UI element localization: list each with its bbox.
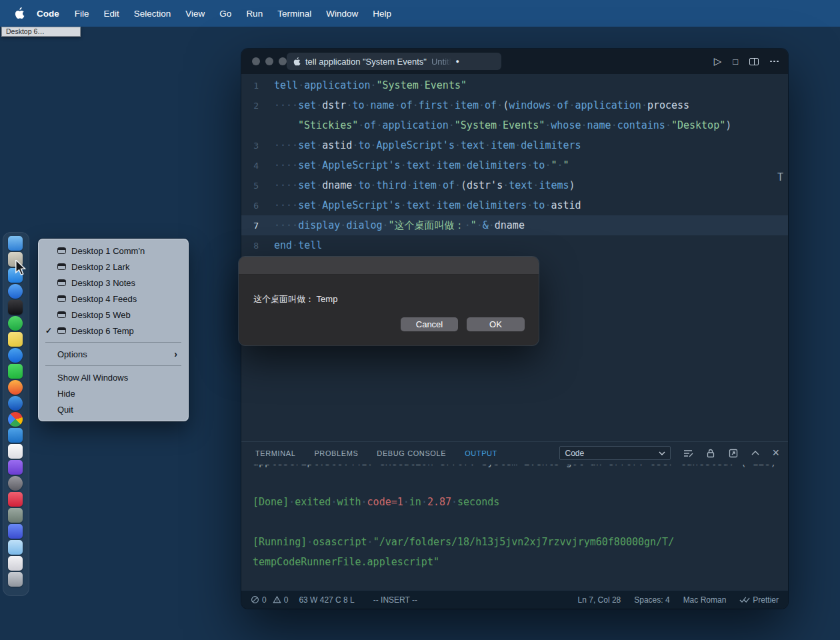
split-editor-icon[interactable] [749, 58, 759, 65]
output-channel-select[interactable]: Code [559, 446, 671, 460]
ok-button[interactable]: OK [467, 317, 525, 331]
dock-icon-trash[interactable] [8, 572, 23, 587]
clear-output-icon[interactable] [683, 448, 693, 459]
word-count-status[interactable]: 63 W 427 C 8 L [299, 595, 354, 605]
dock-icon-photos[interactable] [8, 540, 23, 555]
line-number: 5 [241, 181, 259, 191]
menu-item-selection[interactable]: Selection [127, 9, 179, 19]
menu-item-app-name[interactable]: Code [29, 9, 67, 19]
minimap[interactable]: T [777, 171, 783, 183]
context-menu-desktops: Desktop 1 Comm'nDesktop 2 LarkDesktop 3 … [39, 243, 188, 339]
apple-menu-icon[interactable] [15, 7, 25, 19]
context-menu-item-desktop-4-feeds[interactable]: Desktop 4 Feeds [39, 291, 188, 307]
line-number: 3 [241, 141, 259, 151]
dock-icon-safari[interactable] [8, 284, 23, 299]
stop-icon[interactable]: □ [733, 57, 738, 67]
dock-tooltip: Desktop 6… [1, 27, 81, 37]
code-line[interactable]: 1tell·application·"System·Events" [241, 75, 788, 95]
context-menu-item-hide[interactable]: Hide [39, 385, 188, 401]
indentation-status[interactable]: Spaces: 4 [634, 595, 669, 605]
menu-bar: Code FileEditSelectionViewGoRunTerminalW… [0, 0, 840, 27]
context-menu-item-options[interactable]: Options › [39, 346, 188, 362]
close-panel-icon[interactable]: × [772, 447, 779, 459]
dock-context-menu: Desktop 1 Comm'nDesktop 2 LarkDesktop 3 … [38, 239, 189, 421]
window-icon [57, 295, 66, 302]
close-window-button[interactable] [252, 57, 260, 65]
menu-item-help[interactable]: Help [365, 9, 399, 19]
dock [8, 236, 23, 587]
menu-item-view[interactable]: View [178, 9, 212, 19]
dock-icon-blue-purple-app[interactable] [8, 524, 23, 539]
code-line[interactable]: 5····set·dname·to·third·item·of·(dstr's·… [241, 175, 788, 195]
context-menu-item-desktop-1-comm-n[interactable]: Desktop 1 Comm'n [39, 243, 188, 259]
panel-tab-output[interactable]: OUTPUT [465, 449, 497, 457]
menu-item-edit[interactable]: Edit [97, 9, 127, 19]
code-line[interactable]: 7····display·dialog·"这个桌面叫做：·"·&·dname [241, 215, 788, 235]
lock-scroll-icon[interactable] [705, 448, 716, 459]
context-menu-item-desktop-6-temp[interactable]: ✓Desktop 6 Temp [39, 323, 188, 339]
menu-item-file[interactable]: File [67, 9, 97, 19]
double-check-icon [739, 596, 750, 603]
dock-icon-white-app[interactable] [8, 556, 23, 571]
panel-tab-terminal[interactable]: TERMINAL [255, 449, 295, 457]
output-line: [Running]·osascript·"/var/folders/18/h13… [253, 532, 788, 552]
context-menu-item-show-all-windows[interactable]: Show All Windows [39, 369, 188, 385]
window-title-secondary: Untitl [431, 57, 451, 67]
zoom-window-button[interactable] [279, 57, 287, 65]
dock-icon-finder[interactable] [8, 236, 23, 251]
title-bar[interactable]: tell application "System Events" Untitl … [241, 49, 788, 74]
dock-icon-red-app[interactable] [8, 492, 23, 507]
context-menu-item-quit[interactable]: Quit [39, 401, 188, 417]
menu-item-go[interactable]: Go [212, 9, 239, 19]
minimize-window-button[interactable] [265, 57, 273, 65]
mouse-cursor [15, 260, 26, 279]
dock-icon-gray-green-app[interactable] [8, 508, 23, 523]
open-output-editor-icon[interactable] [728, 448, 739, 459]
cursor-position-status[interactable]: Ln 7, Col 28 [578, 595, 621, 605]
formatter-status[interactable]: Prettier [739, 595, 779, 605]
maximize-panel-icon[interactable] [751, 450, 760, 456]
panel-tabs: TERMINALPROBLEMSDEBUG CONSOLEOUTPUT [255, 449, 516, 457]
dock-icon-settings[interactable] [8, 476, 23, 491]
output-line: applescript:560:441:·execution·error:·Sy… [253, 465, 788, 472]
dock-icon-firefox[interactable] [8, 380, 23, 395]
dock-icon-whatsapp[interactable] [8, 316, 23, 331]
dock-icon-vscode[interactable] [8, 428, 23, 443]
status-bar: 0 0 63 W 427 C 8 L -- INSERT -- Ln 7, Co… [241, 590, 788, 609]
more-actions-icon[interactable] [770, 61, 779, 63]
dock-icon-stickies-yellow[interactable] [8, 332, 23, 347]
line-number: 8 [241, 241, 259, 251]
dock-icon-wechat[interactable] [8, 364, 23, 379]
output-lines: applescript:560:441:·execution·error:·Sy… [253, 465, 788, 572]
context-menu-item-desktop-5-web[interactable]: Desktop 5 Web [39, 307, 188, 323]
panel-tab-debug-console[interactable]: DEBUG CONSOLE [377, 449, 446, 457]
encoding-status[interactable]: Mac Roman [683, 595, 727, 605]
panel-tab-problems[interactable]: PROBLEMS [314, 449, 358, 457]
cancel-button[interactable]: Cancel [401, 317, 458, 331]
vim-mode-status[interactable]: -- INSERT -- [373, 595, 417, 605]
dock-icon-chrome[interactable] [8, 412, 23, 427]
dock-icon-app-store[interactable] [8, 348, 23, 363]
chevron-down-icon [659, 451, 665, 455]
output-console[interactable]: applescript:560:441:·execution·error:·Sy… [241, 465, 788, 590]
dialog-title-bar[interactable] [239, 257, 539, 275]
code-line[interactable]: 2····set·dstr·to·name·of·first·item·of·(… [241, 95, 788, 115]
dock-icon-edge[interactable] [8, 396, 23, 411]
context-menu-item-desktop-3-notes[interactable]: Desktop 3 Notes [39, 275, 188, 291]
menu-item-window[interactable]: Window [319, 9, 365, 19]
menu-item-terminal[interactable]: Terminal [270, 9, 319, 19]
problems-status[interactable]: 0 0 [251, 595, 288, 605]
run-code-icon[interactable]: ▷ [714, 55, 722, 67]
window-title-text: tell application "System Events" [305, 57, 427, 67]
dock-icon-terminal[interactable] [8, 300, 23, 315]
code-line[interactable]: 8end·tell [241, 235, 788, 255]
code-line[interactable]: 6····set·AppleScript's·text·item·delimit… [241, 195, 788, 215]
code-line[interactable]: "Stickies"·of·application·"System·Events… [241, 115, 788, 135]
apple-icon [293, 57, 301, 66]
context-menu-item-desktop-2-lark[interactable]: Desktop 2 Lark [39, 259, 188, 275]
code-line[interactable]: 4····set·AppleScript's·text·item·delimit… [241, 155, 788, 175]
menu-item-run[interactable]: Run [239, 9, 270, 19]
dock-icon-purple-app[interactable] [8, 460, 23, 475]
dock-icon-calendar[interactable] [8, 444, 23, 459]
code-line[interactable]: 3····set·astid·to·AppleScript's·text·ite… [241, 135, 788, 155]
